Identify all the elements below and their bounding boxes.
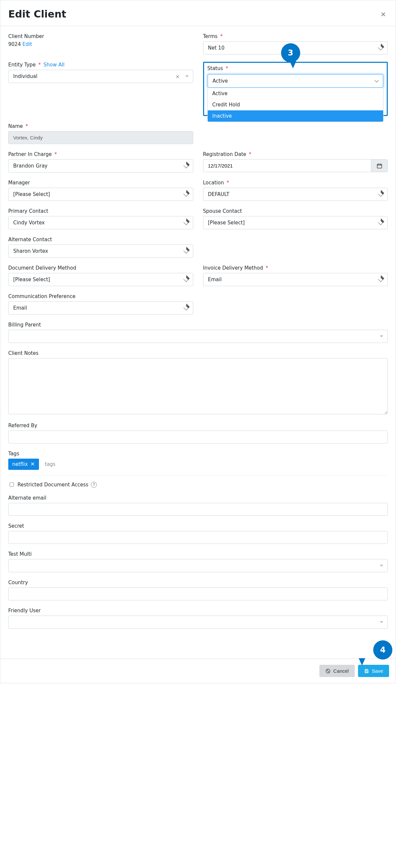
secret-input[interactable] <box>8 531 388 544</box>
test-multi-label: Test Multi <box>8 551 388 557</box>
tags-label: Tags <box>8 451 388 457</box>
restricted-access-checkbox[interactable] <box>9 483 14 487</box>
billing-parent-value <box>8 330 388 343</box>
country-label: Country <box>8 580 388 586</box>
comm-pref-label: Communication Preference <box>8 293 193 299</box>
primary-contact-select[interactable]: Cindy Vortex <box>8 216 193 229</box>
cancel-button[interactable]: Cancel <box>319 665 355 677</box>
calendar-icon <box>376 163 383 169</box>
restricted-access-label: Restricted Document Access <box>18 482 88 488</box>
svg-rect-0 <box>377 164 382 168</box>
status-option-inactive[interactable]: Inactive <box>208 111 384 122</box>
test-multi-value <box>8 559 388 572</box>
callout-badge-4: 4 <box>373 640 392 659</box>
primary-contact-label: Primary Contact <box>8 208 193 214</box>
dialog-header: Edit Client × <box>0 0 396 26</box>
client-notes-label: Client Notes <box>8 350 388 356</box>
tag-remove-icon[interactable]: ✕ <box>30 462 35 467</box>
close-icon[interactable]: × <box>379 10 388 19</box>
entity-type-showall-link[interactable]: Show All <box>43 62 65 68</box>
registration-date-group <box>203 159 388 172</box>
manager-value: [Please Select] <box>8 188 193 201</box>
partner-value: Brandon Gray <box>8 159 193 173</box>
dialog-footer: 4 Cancel Save <box>0 658 396 683</box>
client-number-edit-link[interactable]: Edit <box>23 41 32 47</box>
callout-pointer-4 <box>359 658 365 665</box>
save-label: Save <box>372 668 383 674</box>
billing-parent-select[interactable] <box>8 330 388 343</box>
country-input[interactable] <box>8 587 388 600</box>
invoice-delivery-value: Email <box>203 273 388 286</box>
friendly-user-select[interactable] <box>8 616 388 629</box>
partner-label: Partner In Charge* <box>8 151 193 157</box>
invoice-delivery-select[interactable]: Email <box>203 273 388 286</box>
alternate-contact-value: Sharon Vortex <box>8 245 193 258</box>
save-icon <box>364 669 369 674</box>
billing-parent-label: Billing Parent <box>8 322 388 328</box>
divider <box>8 475 388 475</box>
tag-pill-netflix: netflix ✕ <box>8 459 39 470</box>
doc-delivery-label: Document Delivery Method <box>8 265 193 271</box>
client-number-label: Client Number <box>8 33 193 39</box>
location-value: DEFAULT <box>203 188 388 201</box>
referred-by-input[interactable] <box>8 431 388 443</box>
alternate-email-label: Alternate email <box>8 495 388 501</box>
entity-type-label: Entity Type* Show All <box>8 62 193 68</box>
friendly-user-value <box>8 616 388 629</box>
tag-text: netflix <box>12 461 28 467</box>
partner-select[interactable]: Brandon Gray <box>8 159 193 173</box>
name-label: Name* <box>8 123 193 129</box>
spouse-contact-label: Spouse Contact <box>203 208 388 214</box>
status-option-active[interactable]: Active <box>208 88 384 99</box>
help-icon[interactable]: ? <box>91 482 97 488</box>
callout-badge-3: 3 <box>281 43 300 62</box>
client-number-value: 9024 Edit <box>8 41 193 47</box>
friendly-user-label: Friendly User <box>8 608 388 614</box>
location-select[interactable]: DEFAULT <box>203 188 388 201</box>
entity-type-clear-icon[interactable]: × <box>175 73 180 80</box>
entity-type-value: Individual <box>8 70 193 83</box>
svg-rect-2 <box>366 671 367 672</box>
restricted-access-row: Restricted Document Access ? <box>8 482 388 488</box>
test-multi-select[interactable] <box>8 559 388 572</box>
save-button[interactable]: Save <box>358 665 389 677</box>
comm-pref-value: Email <box>8 301 193 315</box>
referred-by-label: Referred By <box>8 423 388 429</box>
location-label: Location* <box>203 180 388 186</box>
status-select[interactable]: Active Active Credit Hold Inactive <box>207 74 384 88</box>
status-option-credit-hold[interactable]: Credit Hold <box>208 99 384 111</box>
client-number-text: 9024 <box>8 41 21 47</box>
spouse-contact-select[interactable]: [Please Select] <box>203 216 388 229</box>
comm-pref-select[interactable]: Email <box>8 301 193 315</box>
entity-type-select[interactable]: Individual × <box>8 70 193 83</box>
status-highlight-box: Status* Active Active Credit Hold Inacti… <box>203 62 388 116</box>
registration-date-label: Registration Date* <box>203 151 388 157</box>
alternate-contact-label: Alternate Contact <box>8 237 193 243</box>
calendar-button[interactable] <box>371 159 388 172</box>
dialog-title: Edit Client <box>8 8 66 20</box>
invoice-delivery-label: Invoice Delivery Method* <box>203 265 388 271</box>
status-dropdown: Active Credit Hold Inactive <box>207 88 384 122</box>
client-notes-textarea[interactable] <box>8 358 388 414</box>
cancel-icon <box>325 669 331 674</box>
terms-label: Terms* <box>203 33 388 39</box>
spouse-contact-value: [Please Select] <box>203 216 388 229</box>
name-input[interactable] <box>8 131 193 144</box>
tags-row[interactable]: netflix ✕ tags <box>8 459 388 470</box>
doc-delivery-select[interactable]: [Please Select] <box>8 273 193 286</box>
primary-contact-value: Cindy Vortex <box>8 216 193 229</box>
alternate-contact-select[interactable]: Sharon Vortex <box>8 245 193 258</box>
tags-placeholder: tags <box>45 461 56 467</box>
edit-client-dialog: Edit Client × Client Number 9024 Edit Te… <box>0 0 396 683</box>
manager-label: Manager <box>8 180 193 186</box>
manager-select[interactable]: [Please Select] <box>8 188 193 201</box>
alternate-email-input[interactable] <box>8 503 388 516</box>
status-current-value: Active <box>207 74 384 88</box>
secret-label: Secret <box>8 523 388 529</box>
registration-date-input[interactable] <box>203 159 371 172</box>
cancel-label: Cancel <box>333 668 349 674</box>
doc-delivery-value: [Please Select] <box>8 273 193 286</box>
